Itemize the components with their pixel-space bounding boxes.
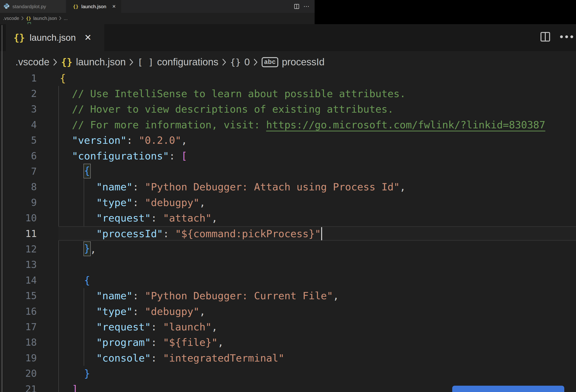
code-token: "configurations" <box>72 150 169 162</box>
line-number: 12 <box>0 241 37 257</box>
line-number: 13 <box>0 257 37 273</box>
code-token: "program" <box>96 337 151 348</box>
line-number: 2 <box>0 86 37 102</box>
line-number: 21 <box>0 381 37 392</box>
code-token: "type" <box>96 197 132 209</box>
code-line[interactable]: "type": "debugpy", <box>96 195 205 210</box>
code-editor[interactable]: 1{2// Use IntelliSense to learn about po… <box>0 0 576 392</box>
code-token: , <box>333 290 339 302</box>
code-line[interactable]: { <box>60 71 66 86</box>
vscode-window: standardplot.py {} launch.json ✕ ⋯ .vsco… <box>0 0 576 392</box>
line-number: 14 <box>0 273 37 288</box>
code-token: : <box>163 228 175 239</box>
line-number: 15 <box>0 288 37 304</box>
code-token: "Python Debugger: Current File" <box>145 290 333 302</box>
code-line[interactable]: { <box>84 273 90 288</box>
code-token: : <box>133 181 145 193</box>
code-token: , <box>200 197 206 209</box>
code-token: , <box>90 243 96 255</box>
line-number: 1 <box>0 71 37 86</box>
code-token: : <box>133 197 145 209</box>
code-token: { <box>60 72 66 84</box>
code-token: "Python Debugger: Attach using Process I… <box>145 181 400 193</box>
code-token: : <box>151 352 163 364</box>
matched-bracket-box: { <box>84 164 91 179</box>
link-text[interactable]: https://go.microsoft.com/fwlink/?linkid=… <box>266 119 545 131</box>
code-token: : <box>151 212 163 224</box>
code-token: , <box>200 306 206 317</box>
code-token: , <box>211 321 218 333</box>
code-line[interactable]: { <box>84 164 90 179</box>
line-number: 8 <box>0 179 37 195</box>
line-number: 20 <box>0 366 37 381</box>
code-token: // Use IntelliSense to learn about possi… <box>72 88 406 100</box>
code-token: // For more information, visit: <box>72 119 266 131</box>
code-line[interactable]: "processId": "${command:pickProcess}" <box>96 226 322 242</box>
code-token: , <box>218 337 224 348</box>
code-line[interactable]: "version": "0.2.0", <box>72 132 187 148</box>
code-token: "0.2.0" <box>139 134 181 146</box>
code-token: : <box>169 150 181 162</box>
overlay-left-border <box>2 25 2 392</box>
code-line[interactable]: // For more information, visit: https://… <box>72 117 545 133</box>
line-number: 5 <box>0 132 37 148</box>
line-number: 9 <box>0 195 37 210</box>
code-token: : <box>151 337 163 348</box>
line-number: 16 <box>0 304 37 319</box>
code-token: [ <box>181 150 187 162</box>
code-token: , <box>181 134 187 146</box>
code-token: : <box>133 306 145 317</box>
code-token: "${file}" <box>163 337 218 348</box>
code-token: // Hover to view descriptions of existin… <box>72 103 394 115</box>
code-line[interactable]: // Hover to view descriptions of existin… <box>72 101 394 117</box>
line-number: 17 <box>0 319 37 335</box>
indent-guide <box>84 288 84 366</box>
code-line[interactable]: "type": "debugpy", <box>96 304 205 319</box>
code-line[interactable]: "request": "launch", <box>96 319 218 335</box>
line-number: 11 <box>0 226 37 242</box>
code-token: "request" <box>96 321 151 333</box>
code-token: ] <box>72 383 78 392</box>
line-number: 10 <box>0 210 37 226</box>
line-number: 18 <box>0 335 37 350</box>
matched-bracket-box: } <box>84 241 91 256</box>
code-token: , <box>400 181 406 193</box>
line-number: 19 <box>0 350 37 366</box>
line-number: 6 <box>0 148 37 164</box>
code-line[interactable]: "request": "attach", <box>96 210 218 226</box>
code-line[interactable]: }, <box>84 241 96 257</box>
code-token: { <box>84 274 90 286</box>
code-token: : <box>151 321 163 333</box>
code-token: "processId" <box>96 228 163 239</box>
code-line[interactable]: ] <box>72 381 78 392</box>
text-cursor <box>321 227 322 240</box>
code-line[interactable]: // Use IntelliSense to learn about possi… <box>72 86 406 102</box>
code-token: "attach" <box>163 212 211 224</box>
line-number: 3 <box>0 101 37 117</box>
code-line[interactable]: "console": "integratedTerminal" <box>96 350 284 366</box>
code-token: "debugpy" <box>145 197 200 209</box>
code-line[interactable]: "name": "Python Debugger: Attach using P… <box>96 179 405 195</box>
code-line[interactable]: "name": "Python Debugger: Current File", <box>96 288 339 304</box>
code-token: "request" <box>96 212 151 224</box>
code-token: "console" <box>96 352 151 364</box>
code-token: "launch" <box>163 321 211 333</box>
code-token: "name" <box>96 181 132 193</box>
code-token: "version" <box>72 134 127 146</box>
code-token: : <box>133 290 145 302</box>
code-token: "debugpy" <box>145 306 200 317</box>
code-line[interactable]: "program": "${file}", <box>96 335 224 350</box>
code-token: } <box>84 368 90 379</box>
code-line[interactable]: } <box>84 366 90 381</box>
code-token: "integratedTerminal" <box>163 352 284 364</box>
add-configuration-button[interactable] <box>452 386 564 392</box>
code-token: "name" <box>96 290 132 302</box>
code-token: "type" <box>96 306 132 317</box>
code-line[interactable]: "configurations": [ <box>72 148 187 164</box>
code-token: : <box>127 134 139 146</box>
code-token: , <box>211 212 218 224</box>
line-number: 7 <box>0 164 37 179</box>
line-number: 4 <box>0 117 37 133</box>
code-token: "${command:pickProcess}" <box>175 228 321 239</box>
